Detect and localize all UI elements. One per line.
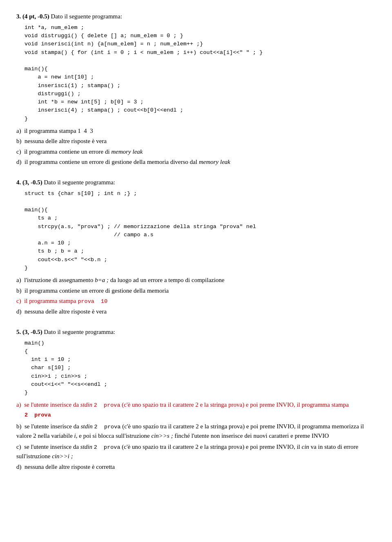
q4-code: struct ts {char s[10] ; int n ;} ; main(… <box>24 190 376 273</box>
q4-answers: a) l'istruzione di assegnamento b=a ; da… <box>16 275 376 316</box>
q4-points: (3, -0.5) Dato il seguente programma: <box>22 179 115 186</box>
q4-header: 4. (3, -0.5) Dato il seguente programma: <box>16 178 376 187</box>
q3-answers: a) il programma stampa 1 4 3 b) nessuna … <box>16 126 376 167</box>
q5-answer-a: a) se l'utente inserisce da stdin 2 prov… <box>16 400 376 419</box>
q4-answer-d: d) nessuna delle altre risposte è vera <box>16 307 376 316</box>
q3-code: int *a, num_elem ; void distruggi() { de… <box>24 24 376 123</box>
q5-answer-b: b) se l'utente inserisce da stdin 2 prov… <box>16 422 376 441</box>
q5-code: main() { int i = 10 ; char s[10] ; cin>>… <box>24 339 376 397</box>
q5-points: (3, -0.5) Dato il seguente programma: <box>22 329 115 335</box>
q4-number: 4. <box>16 179 21 186</box>
q3-answer-a: a) il programma stampa 1 4 3 <box>16 126 376 136</box>
q5-header: 5. (3, -0.5) Dato il seguente programma: <box>16 328 376 337</box>
question-5: 5. (3, -0.5) Dato il seguente programma:… <box>16 328 376 472</box>
question-4: 4. (3, -0.5) Dato il seguente programma:… <box>16 178 376 316</box>
q5-answer-c: c) se l'utente inserisce da stdin 2 prov… <box>16 442 376 461</box>
q3-points: (4 pt, -0.5) Dato il seguente programma: <box>22 13 122 20</box>
q4-answer-b: b) il programma contiene un errore di ge… <box>16 286 376 296</box>
q3-answer-d: d) il programma contiene un errore di ge… <box>16 157 376 167</box>
q5-answer-d: d) nessuna delle altre risposte è corret… <box>16 462 376 472</box>
q3-answer-c: c) il programma contiene un errore di me… <box>16 147 376 157</box>
question-3: 3. (4 pt, -0.5) Dato il seguente program… <box>16 12 376 167</box>
q3-header: 3. (4 pt, -0.5) Dato il seguente program… <box>16 12 376 21</box>
q4-answer-a: a) l'istruzione di assegnamento b=a ; da… <box>16 275 376 285</box>
q5-number: 5. <box>16 329 21 335</box>
q3-number: 3. <box>16 13 21 20</box>
q4-answer-c: c) il programma stampa prova 10 <box>16 296 376 306</box>
q3-answer-b: b) nessuna delle altre risposte è vera <box>16 137 376 146</box>
q5-answers: a) se l'utente inserisce da stdin 2 prov… <box>16 400 376 472</box>
